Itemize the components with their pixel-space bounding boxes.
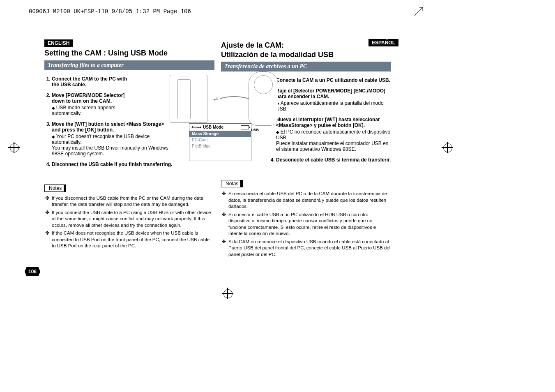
step-es-1-head: Conecte la CAM a un PC utilizando el cab… xyxy=(276,77,390,83)
note-en-3: If the CAM does not recognise the USB de… xyxy=(52,230,214,249)
notes-label-en: Notes xyxy=(44,184,66,192)
step-es-2: Baje el [Selector POWER/MODE] (ENC./MODO… xyxy=(276,88,391,112)
note-es-2: Si conecta el cable USB a un PC utilizan… xyxy=(228,212,391,237)
step-4: Disconnect the USB cable if you finish t… xyxy=(52,161,176,167)
step-3-head: Move the [W/T] button to select <Mass St… xyxy=(52,121,164,127)
step-2-sub: USB mode screen appears automatically. xyxy=(52,105,131,116)
english-notes: If you disconnect the USB cable from the… xyxy=(44,195,214,249)
notes-label-es: Notas xyxy=(221,180,243,187)
english-title: Setting the CAM : Using USB Mode xyxy=(44,48,214,58)
spanish-notes: Si desconecta el cable USB del PC o de l… xyxy=(221,191,391,258)
connection-diagram: ⇄ USB xyxy=(164,68,283,129)
registration-mark-icon xyxy=(442,142,453,153)
step-es-4: Desconecte el cable USB si termina de tr… xyxy=(276,157,391,163)
usb-connector-icon: ⟵⊶ xyxy=(191,125,201,129)
step-es-3-sub: El PC no reconoce automáticamente el dis… xyxy=(276,129,391,152)
note-es-3: Si la CAM no reconoce el dispositivo USB… xyxy=(228,239,391,258)
english-steps-cont: Move the [W/T] button to select <Mass St… xyxy=(44,121,176,167)
step-3-head2: and press the [OK] button. xyxy=(52,127,114,133)
spanish-title-l1: Ajuste de la CAM: xyxy=(221,41,284,49)
step-3-sub: Your PC doesn't recognise the USB device… xyxy=(52,134,176,157)
page-number: 106 xyxy=(25,267,40,276)
battery-icon xyxy=(241,125,249,129)
step-es-2-head: Baje el [Selector POWER/MODE] (ENC./MODO… xyxy=(276,88,385,99)
note-es-1: Si desconecta el cable USB del PC o de l… xyxy=(228,191,391,210)
lang-badge-spanish: ESPAÑOL xyxy=(368,39,398,46)
registration-mark-icon xyxy=(8,142,20,153)
note-en-2: If you connect the USB cable to a PC usi… xyxy=(52,210,214,229)
step-es-2-sub: Aparece automáticamente la pantalla del … xyxy=(276,100,391,112)
note-en-1: If you disconnect the USB cable from the… xyxy=(52,195,214,208)
step-2: Move [POWER/MODE Selector] down to turn … xyxy=(52,92,131,116)
usb-item-pc-cam: PC-Cam xyxy=(189,137,251,143)
step-es-3: Mueva el interruptor [W/T] hasta selecci… xyxy=(276,117,391,152)
pc-device-icon xyxy=(170,75,207,123)
print-header: 00906J M2100 UK+ESP~110 9/8/05 1:32 PM P… xyxy=(29,8,191,15)
registration-mark-icon xyxy=(222,288,233,299)
camera-device-icon xyxy=(249,71,278,126)
spanish-title: Ajuste de la CAM: Utilización de la moda… xyxy=(221,41,391,59)
step-es-3-head: Mueva el interruptor [W/T] hasta selecci… xyxy=(276,117,380,128)
usb-mode-screen: ⟵⊶ USB Mode Mass Storage PC-Cam PictBrid… xyxy=(189,123,251,161)
usb-mode-title: USB Mode xyxy=(201,125,241,129)
usb-port-label: USB xyxy=(251,128,259,132)
step-1-head: Connect the CAM to the PC with the USB c… xyxy=(52,76,127,88)
bidirectional-arrow-icon: ⇄ xyxy=(213,95,218,102)
step-4-head: Disconnect the USB cable if you finish t… xyxy=(52,161,172,167)
spanish-title-l2: Utilización de la modalidad USB xyxy=(221,51,334,59)
step-3: Move the [W/T] button to select <Mass St… xyxy=(52,121,176,157)
usb-item-pictbridge: PictBridge xyxy=(189,143,251,149)
step-es-1: Conecte la CAM a un PC utilizando el cab… xyxy=(276,77,391,83)
step-1: Connect the CAM to the PC with the USB c… xyxy=(52,76,131,88)
english-steps: Connect the CAM to the PC with the USB c… xyxy=(44,76,131,116)
step-2-head: Move [POWER/MODE Selector] down to turn … xyxy=(52,92,124,104)
fold-mark-icon xyxy=(414,7,424,16)
cable-icon xyxy=(220,95,249,103)
usb-item-mass-storage: Mass Storage xyxy=(189,131,251,137)
spanish-steps: Conecte la CAM a un PC utilizando el cab… xyxy=(269,77,391,163)
step-es-4-head: Desconecte el cable USB si termina de tr… xyxy=(276,157,391,163)
lang-badge-english: ENGLISH xyxy=(44,39,73,47)
